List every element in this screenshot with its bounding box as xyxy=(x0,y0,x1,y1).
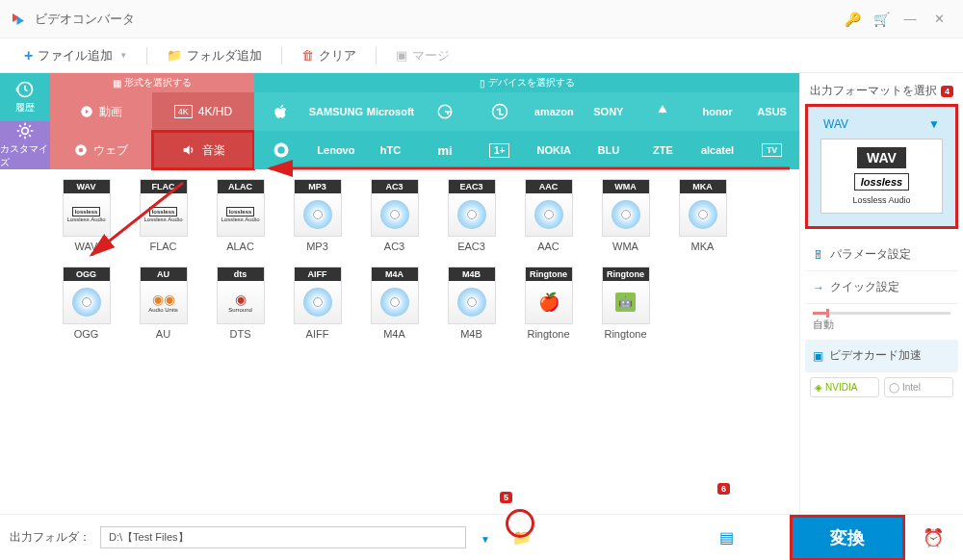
brand-alcatel[interactable]: alcatel xyxy=(690,131,745,169)
brand-HUAWEI[interactable] xyxy=(636,92,690,131)
svg-point-4 xyxy=(79,148,84,153)
format-ac3[interactable]: AC3AC3 xyxy=(368,179,421,252)
app-logo-icon xyxy=(10,11,27,28)
brand-Lenovo[interactable]: Lenovo xyxy=(309,131,364,169)
format-aiff[interactable]: AIFFAIFF xyxy=(291,267,344,340)
device-icon: ▯ xyxy=(480,78,485,89)
brand-NOKIA[interactable]: NOKIA xyxy=(527,131,582,169)
brand-SAMSUNG[interactable]: SAMSUNG xyxy=(309,92,364,131)
caret-down-icon: ▼ xyxy=(928,117,940,131)
main-area: 履歴 カスタマイズ ▦ 形式を選択する 動画 xyxy=(0,73,963,514)
device-section-header: ▯ デバイスを選択する xyxy=(254,73,799,92)
brand-G[interactable] xyxy=(418,92,473,131)
output-path-input[interactable]: D:\【Test Files】 xyxy=(100,526,466,548)
brand-BLU[interactable]: BLU xyxy=(582,131,637,169)
format-wav[interactable]: WAVlosslessLossless AudioWAV xyxy=(60,179,113,252)
format-dts[interactable]: dts◉SurroundDTS xyxy=(214,267,267,340)
gpu-intel[interactable]: ◯Intel xyxy=(884,377,953,397)
doc-icon: ▦ xyxy=(113,78,121,89)
svg-point-1 xyxy=(22,128,29,135)
tab-music[interactable]: 音楽 xyxy=(152,131,254,169)
output-path-dropdown[interactable]: ▼ xyxy=(476,534,495,545)
format-mp3[interactable]: MP3MP3 xyxy=(291,179,344,252)
format-flac[interactable]: FLAClosslessLossless AudioFLAC xyxy=(137,179,190,252)
brand-amazon[interactable]: amazon xyxy=(527,92,582,131)
minimize-button[interactable]: — xyxy=(896,5,924,34)
svg-point-9 xyxy=(278,146,286,154)
merge-button[interactable]: ▣ マージ xyxy=(381,38,464,73)
device-section: ▯ デバイスを選択する SAMSUNGMicrosoftamazonSONYho… xyxy=(254,73,799,169)
format-eac3[interactable]: EAC3EAC3 xyxy=(445,179,498,252)
brand-SONY[interactable]: SONY xyxy=(582,92,637,131)
merge-icon: ▣ xyxy=(396,48,407,63)
sliders-icon: 🎚 xyxy=(813,248,824,262)
brand-moto[interactable] xyxy=(254,131,309,169)
panel-header: 出力フォーマットを選択 4 xyxy=(805,78,958,104)
add-file-button[interactable]: + ファイル追加 ▼ xyxy=(10,38,142,73)
rail-customize[interactable]: カスタマイズ xyxy=(0,121,50,169)
tab-video[interactable]: 動画 xyxy=(50,92,152,131)
tab-4khd[interactable]: 4K 4K/HD xyxy=(152,92,254,131)
badge-4: 4 xyxy=(941,86,953,97)
arrow-icon: → xyxy=(813,281,824,294)
close-button[interactable]: ✕ xyxy=(924,5,953,34)
brands-row-2: LenovohTCmi1+NOKIABLUZTEalcatelTV xyxy=(254,131,799,169)
open-folder-button[interactable]: 📁 xyxy=(505,528,539,547)
intel-icon: ◯ xyxy=(889,382,899,393)
badge-5: 5 xyxy=(500,492,512,503)
format-mka[interactable]: MKAMKA xyxy=(676,179,729,252)
toolbar: + ファイル追加 ▼ 📁 フォルダ追加 🗑 クリア ▣ マージ xyxy=(0,38,963,73)
content-area: ▦ 形式を選択する 動画 4K 4K/HD xyxy=(50,73,799,514)
convert-button[interactable]: 変換 xyxy=(792,517,903,559)
params-button[interactable]: 🎚 パラメータ設定 xyxy=(805,239,958,271)
brand-hTC[interactable]: hTC xyxy=(363,131,418,169)
brands-row-1: SAMSUNGMicrosoftamazonSONYhonorASUS xyxy=(254,92,799,131)
brand-1+[interactable]: 1+ xyxy=(472,131,527,169)
chip-icon: ▣ xyxy=(813,349,823,363)
formats-grid: WAVlosslessLossless AudioWAVFLAClossless… xyxy=(50,169,799,349)
left-rail: 履歴 カスタマイズ xyxy=(0,73,50,514)
brand-ZTE[interactable]: ZTE xyxy=(636,131,690,169)
format-m4b[interactable]: M4BM4B xyxy=(445,267,498,340)
rail-history[interactable]: 履歴 xyxy=(0,73,50,121)
brand-ASUS[interactable]: ASUS xyxy=(744,92,799,131)
svg-point-7 xyxy=(496,109,498,111)
right-panel: 出力フォーマットを選択 4 WAV ▼ WAV lossless Lossles… xyxy=(799,73,963,514)
brand-honor[interactable]: honor xyxy=(690,92,745,131)
caret-down-icon: ▼ xyxy=(119,51,127,60)
format-m4a[interactable]: M4AM4A xyxy=(368,267,421,340)
format-ringtone[interactable]: Ringtone🤖Ringtone xyxy=(599,267,652,340)
format-aac[interactable]: AACAAC xyxy=(522,179,575,252)
alarm-icon[interactable]: ⏰ xyxy=(913,527,953,548)
clear-button[interactable]: 🗑 クリア xyxy=(287,38,371,73)
format-section: ▦ 形式を選択する 動画 4K 4K/HD xyxy=(50,73,254,169)
plus-icon: + xyxy=(24,47,33,64)
gpu-nvidia[interactable]: ◈NVIDIA xyxy=(810,377,879,397)
trash-icon: 🗑 xyxy=(301,48,314,63)
quality-slider[interactable]: 自動 xyxy=(805,304,958,340)
brand-TV[interactable]: TV xyxy=(744,131,799,169)
format-ogg[interactable]: OGGOGG xyxy=(60,267,113,340)
preview-dropdown[interactable]: WAV ▼ xyxy=(816,115,948,134)
quick-settings[interactable]: → クイック設定 xyxy=(805,271,958,304)
format-wma[interactable]: WMAWMA xyxy=(599,179,652,252)
gear-icon xyxy=(15,121,35,140)
format-au[interactable]: AU◉◉Audio UnitsAU xyxy=(137,267,190,340)
badge-6: 6 xyxy=(717,483,730,495)
key-icon[interactable]: 🔑 xyxy=(838,5,867,34)
gpu-accel-button[interactable]: ▣ ビデオカード加速 xyxy=(805,340,958,372)
queue-icon[interactable]: ▤ xyxy=(719,528,734,547)
cart-icon[interactable]: 🛒 xyxy=(867,5,896,34)
add-folder-button[interactable]: 📁 フォルダ追加 xyxy=(152,38,276,73)
brand-LG[interactable] xyxy=(472,92,527,131)
format-preview[interactable]: WAV ▼ WAV lossless Lossless Audio xyxy=(805,104,958,229)
speaker-icon xyxy=(181,142,196,158)
format-alac[interactable]: ALAClosslessLossless AudioALAC xyxy=(214,179,267,252)
brand-mi[interactable]: mi xyxy=(418,131,473,169)
brand-Microsoft[interactable]: Microsoft xyxy=(363,92,418,131)
play-icon xyxy=(80,105,93,118)
brand-apple[interactable] xyxy=(254,92,309,131)
preview-badge: WAV xyxy=(857,147,906,168)
format-ringtone[interactable]: Ringtone🍎Ringtone xyxy=(522,267,575,340)
tab-web[interactable]: ウェブ xyxy=(50,131,152,169)
